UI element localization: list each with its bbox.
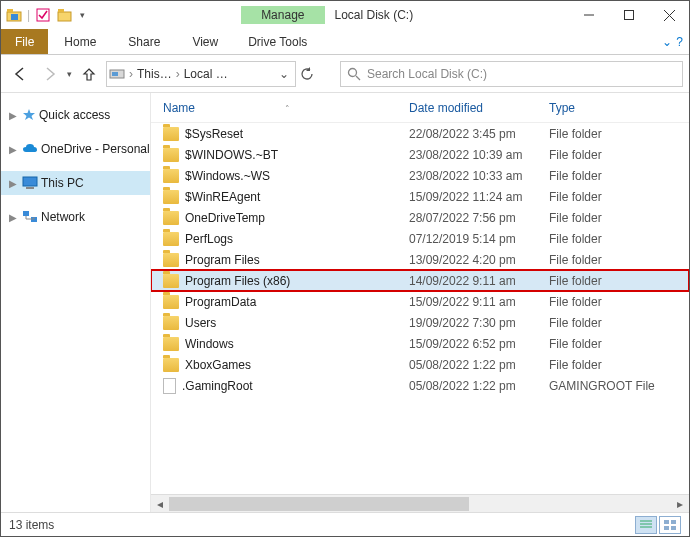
file-type: File folder: [549, 169, 689, 183]
tab-home[interactable]: Home: [48, 29, 112, 54]
file-row[interactable]: Windows15/09/2022 6:52 pmFile folder: [151, 333, 689, 354]
scrollbar-thumb[interactable]: [169, 497, 469, 511]
up-button[interactable]: [76, 61, 102, 87]
file-row[interactable]: ProgramData15/09/2022 9:11 amFile folder: [151, 291, 689, 312]
chevron-right-icon[interactable]: ▶: [7, 110, 19, 121]
file-name: $SysReset: [185, 127, 243, 141]
tab-share[interactable]: Share: [112, 29, 176, 54]
file-date: 23/08/2022 10:33 am: [409, 169, 549, 183]
svg-rect-26: [664, 526, 669, 530]
svg-rect-14: [23, 177, 37, 186]
forward-button[interactable]: [37, 61, 63, 87]
back-button[interactable]: [7, 61, 33, 87]
address-bar[interactable]: › This… › Local … ⌄: [106, 61, 296, 87]
file-name: $WinREAgent: [185, 190, 260, 204]
file-type: File folder: [549, 190, 689, 204]
folder-icon: [163, 211, 179, 225]
close-button[interactable]: [649, 1, 689, 29]
properties-icon[interactable]: [34, 6, 52, 24]
svg-rect-3: [37, 9, 49, 21]
file-row[interactable]: $WINDOWS.~BT23/08/2022 10:39 amFile fold…: [151, 144, 689, 165]
drive-icon: [109, 65, 127, 83]
column-headers: Name˄ Date modified Type: [151, 93, 689, 123]
sidebar-item-onedrive[interactable]: ▶ OneDrive - Personal: [1, 137, 150, 161]
chevron-right-icon[interactable]: ▶: [7, 178, 19, 189]
column-header-date[interactable]: Date modified: [409, 101, 549, 115]
sidebar-item-this-pc[interactable]: ▶ This PC: [1, 171, 150, 195]
search-box[interactable]: Search Local Disk (C:): [340, 61, 683, 87]
recent-locations-dropdown[interactable]: ▾: [67, 69, 72, 79]
file-name: $WINDOWS.~BT: [185, 148, 278, 162]
sidebar-item-quick-access[interactable]: ▶ Quick access: [1, 103, 150, 127]
svg-rect-2: [11, 14, 18, 20]
network-icon: [22, 210, 38, 224]
scroll-left-button[interactable]: ◂: [151, 495, 169, 512]
file-row[interactable]: .GamingRoot05/08/2022 1:22 pmGAMINGROOT …: [151, 375, 689, 396]
address-dropdown-icon[interactable]: ⌄: [275, 67, 293, 81]
scroll-right-button[interactable]: ▸: [671, 495, 689, 512]
explorer-icon: [5, 6, 23, 24]
breadcrumb-item[interactable]: Local …: [182, 67, 230, 81]
tab-drive-tools[interactable]: Drive Tools: [234, 29, 321, 54]
expand-ribbon-icon[interactable]: ⌄: [662, 35, 672, 49]
chevron-right-icon[interactable]: ▶: [7, 212, 19, 223]
status-bar: 13 items: [1, 512, 689, 536]
item-count: 13 items: [9, 518, 54, 532]
breadcrumb-item[interactable]: This…: [135, 67, 174, 81]
svg-rect-4: [58, 12, 71, 21]
file-date: 15/09/2022 9:11 am: [409, 295, 549, 309]
chevron-right-icon[interactable]: ▶: [7, 144, 19, 155]
cloud-icon: [22, 143, 38, 155]
column-header-type[interactable]: Type: [549, 101, 689, 115]
sidebar-item-network[interactable]: ▶ Network: [1, 205, 150, 229]
file-date: 05/08/2022 1:22 pm: [409, 358, 549, 372]
file-icon: [163, 378, 176, 394]
file-name: OneDriveTemp: [185, 211, 265, 225]
file-row[interactable]: $Windows.~WS23/08/2022 10:33 amFile fold…: [151, 165, 689, 186]
file-row[interactable]: Program Files13/09/2022 4:20 pmFile fold…: [151, 249, 689, 270]
file-date: 13/09/2022 4:20 pm: [409, 253, 549, 267]
new-folder-icon[interactable]: [56, 6, 74, 24]
folder-icon: [163, 316, 179, 330]
horizontal-scrollbar[interactable]: ◂ ▸: [151, 494, 689, 512]
minimize-button[interactable]: [569, 1, 609, 29]
file-name: ProgramData: [185, 295, 256, 309]
file-type: File folder: [549, 211, 689, 225]
help-icon[interactable]: ?: [676, 35, 683, 49]
file-name: $Windows.~WS: [185, 169, 270, 183]
details-view-button[interactable]: [635, 516, 657, 534]
file-row[interactable]: PerfLogs07/12/2019 5:14 pmFile folder: [151, 228, 689, 249]
tab-view[interactable]: View: [176, 29, 234, 54]
file-name: Program Files (x86): [185, 274, 290, 288]
file-row[interactable]: Users19/09/2022 7:30 pmFile folder: [151, 312, 689, 333]
column-header-name[interactable]: Name˄: [163, 101, 409, 115]
file-row[interactable]: Program Files (x86)14/09/2022 9:11 amFil…: [151, 270, 689, 291]
file-row[interactable]: $SysReset22/08/2022 3:45 pmFile folder: [151, 123, 689, 144]
file-date: 15/09/2022 6:52 pm: [409, 337, 549, 351]
chevron-right-icon[interactable]: ›: [176, 67, 180, 81]
qat-dropdown-icon[interactable]: ▾: [78, 10, 87, 20]
file-name: Users: [185, 316, 216, 330]
svg-point-12: [349, 68, 357, 76]
folder-icon: [163, 232, 179, 246]
maximize-button[interactable]: [609, 1, 649, 29]
file-tab[interactable]: File: [1, 29, 48, 54]
file-date: 07/12/2019 5:14 pm: [409, 232, 549, 246]
large-icons-view-button[interactable]: [659, 516, 681, 534]
chevron-right-icon[interactable]: ›: [129, 67, 133, 81]
file-type: File folder: [549, 253, 689, 267]
sidebar-item-label: Quick access: [39, 108, 110, 122]
file-type: File folder: [549, 295, 689, 309]
file-row[interactable]: XboxGames05/08/2022 1:22 pmFile folder: [151, 354, 689, 375]
file-type: File folder: [549, 127, 689, 141]
folder-icon: [163, 190, 179, 204]
svg-line-13: [356, 76, 360, 80]
svg-rect-15: [26, 187, 34, 189]
content-area: ▶ Quick access ▶ OneDrive - Personal ▶ T…: [1, 93, 689, 512]
svg-rect-25: [671, 520, 676, 524]
file-row[interactable]: $WinREAgent15/09/2022 11:24 amFile folde…: [151, 186, 689, 207]
file-list[interactable]: $SysReset22/08/2022 3:45 pmFile folder$W…: [151, 123, 689, 494]
file-row[interactable]: OneDriveTemp28/07/2022 7:56 pmFile folde…: [151, 207, 689, 228]
refresh-button[interactable]: [300, 67, 328, 81]
file-type: GAMINGROOT File: [549, 379, 689, 393]
